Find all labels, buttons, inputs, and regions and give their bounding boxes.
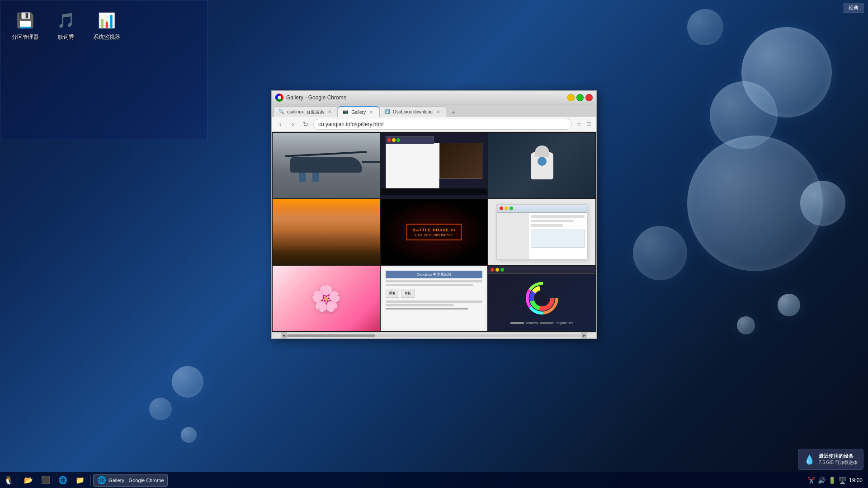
device-notification-line1: 最近使用的设备 [819,453,858,460]
url-bar[interactable]: cu.yanqian.info/gallery.html [313,119,572,130]
gallery-item-helicopter[interactable] [273,133,380,198]
taskbar-item-files[interactable]: 📂 [20,474,37,487]
bookmark-icon[interactable]: ☆ [575,120,583,128]
toolbar-icons: ☆ ☰ [575,120,593,128]
device-notification: 💧 最近使用的设备 7.5 GiB 可卸载送体 [798,449,863,470]
taskbar-divider-2 [90,475,91,486]
minimize-button[interactable] [567,94,575,101]
gallery-item-forum[interactable]: OsoLinux 中文系统组 回复 发帖 [381,266,488,331]
screenshot1-image [381,133,488,198]
gallery-item-game[interactable]: BATTLE PHASE III HALL OF GLORY BATTLE [381,199,488,265]
sysmonitor-icon: 📊 [96,9,118,31]
lyrics-icon: 🎵 [55,9,77,31]
chrome-tabs-bar: 🔍 osolinux_百度搜索 ✕ 📷 Gallery ✕ ⬇️ OsoLinu… [272,104,596,117]
tab-osolinux[interactable]: ⬇️ OsoLinux download ✕ [379,106,446,117]
gallery-tab-label: Gallery [351,110,366,115]
helicopter-image [273,133,380,198]
partition-manager-icon: 💾 [14,9,36,31]
gallery-item-ui-dialog[interactable] [488,199,595,265]
flowers-image: 🌸 [273,266,380,331]
tray-monitor-icon[interactable]: 🖥️ [839,477,846,484]
forum-image: OsoLinux 中文系统组 回复 发帖 [381,266,488,331]
gallery-tab-favicon: 📷 [343,109,349,115]
ui-dialog-image [488,199,595,265]
chrome-logo-icon [275,94,283,102]
desktop-icon-area: 💾 分区管理器 🎵 歌词秀 📊 系统监视器 [0,0,208,140]
maximize-button[interactable] [576,94,584,101]
taskbar-item-browser-shortcut[interactable]: 🌐 [55,474,71,487]
gallery-item-screenshot1[interactable] [381,133,488,198]
scroll-right-button[interactable]: ▶ [581,333,587,339]
gallery-item-bigmax[interactable] [488,133,595,198]
device-notification-line2: 7.5 GiB 可卸载送体 [819,460,858,466]
bigmax-image [488,133,595,198]
lyrics-label: 歌词秀 [58,33,74,41]
wrench-icon[interactable]: ☰ [585,120,593,128]
chrome-titlebar: Gallery - Google Chrome [272,91,596,104]
osolinux-tab-close[interactable]: ✕ [435,109,441,115]
url-text: cu.yanqian.info/gallery.html [318,121,384,127]
baidu-tab-label: osolinux_百度搜索 [287,109,324,115]
chrome-window: Gallery - Google Chrome 🔍 osolinux_百度搜索 … [271,90,597,339]
terminal-icon: ⬛ [41,476,50,484]
taskbar-chrome-label: Gallery - Google Chrome [108,478,164,483]
classic-button[interactable]: 经典 [844,3,863,13]
system-clock: 19:00 [849,477,863,483]
titlebar-left: Gallery - Google Chrome [275,94,346,102]
filemgr-icon: 📁 [75,476,85,484]
partition-manager-label: 分区管理器 [12,33,39,41]
chrome-addressbar: ‹ › ↻ cu.yanqian.info/gallery.html ☆ ☰ [272,117,596,132]
baidu-tab-close[interactable]: ✕ [326,109,333,115]
chrome-icon: 🌐 [97,476,106,484]
reload-button[interactable]: ↻ [301,119,311,129]
forward-button[interactable]: › [288,119,298,129]
chart-image: Windows Program files [488,266,595,331]
device-notification-icon: 💧 [804,454,815,465]
osolinux-tab-label: OsoLinux download [393,109,433,114]
taskbar-item-chrome[interactable]: 🌐 Gallery - Google Chrome [93,474,168,487]
chrome-window-title: Gallery - Google Chrome [286,94,346,101]
gallery-item-chart[interactable]: Windows Program files [488,266,595,331]
scroll-track[interactable] [287,334,581,337]
baidu-tab-favicon: 🔍 [278,109,285,115]
tray-battery-icon[interactable]: 🔋 [828,477,836,484]
tray-volume-icon[interactable]: 🔊 [818,477,826,484]
system-tray: ✂️ 🔊 🔋 🖥️ 19:00 [804,477,866,484]
window-controls [567,94,593,101]
taskbar-item-filemgr[interactable]: 📁 [72,474,88,487]
chrome-content: BATTLE PHASE III HALL OF GLORY BATTLE [272,132,596,338]
gallery-item-greatwall[interactable] [273,199,380,265]
start-button[interactable]: 🐧 [2,474,15,487]
svg-point-8 [536,292,547,304]
gallery-item-flowers[interactable]: 🌸 [273,266,380,331]
back-button[interactable]: ‹ [275,119,285,129]
browser-shortcut-icon: 🌐 [58,476,67,484]
horizontal-scrollbar[interactable]: ◀ ▶ [272,332,596,338]
files-icon: 📂 [24,476,33,484]
taskbar: 🐧 📂 ⬛ 🌐 📁 🌐 Gallery - Google Chrome ✂️ 🔊… [0,472,868,488]
new-tab-button[interactable]: + [448,108,459,117]
tab-baidu[interactable]: 🔍 osolinux_百度搜索 ✕ [274,106,338,117]
taskbar-divider-1 [18,475,18,486]
close-button[interactable] [585,94,593,101]
osolinux-tab-favicon: ⬇️ [384,109,391,115]
scroll-left-button[interactable]: ◀ [281,333,287,339]
scroll-thumb[interactable] [287,334,375,337]
gallery-grid: BATTLE PHASE III HALL OF GLORY BATTLE [272,132,596,332]
game-image: BATTLE PHASE III HALL OF GLORY BATTLE [381,199,488,265]
tray-scissors-icon[interactable]: ✂️ [807,477,815,484]
sysmonitor-label: 系统监视器 [93,33,120,41]
desktop-icon-sysmonitor[interactable]: 📊 系统监视器 [91,9,123,41]
gallery-tab-close[interactable]: ✕ [368,109,374,115]
device-notification-text: 最近使用的设备 7.5 GiB 可卸载送体 [819,453,858,466]
greatwall-image [273,199,380,265]
tab-gallery[interactable]: 📷 Gallery ✕ [338,106,379,117]
taskbar-item-terminal[interactable]: ⬛ [38,474,54,487]
desktop-icon-partition-manager[interactable]: 💾 分区管理器 [9,9,41,41]
desktop-icon-lyrics[interactable]: 🎵 歌词秀 [50,9,82,41]
